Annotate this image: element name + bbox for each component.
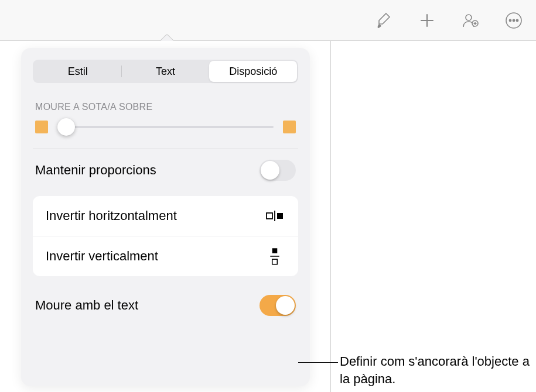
callout-text: Definir com s'ancorarà l'objecte a la pà… bbox=[340, 353, 533, 387]
flip-vertical-button[interactable]: Invertir verticalment bbox=[33, 236, 298, 276]
panel-pointer bbox=[159, 34, 173, 41]
move-with-text-label: Moure amb el text bbox=[35, 298, 138, 313]
slider-thumb[interactable] bbox=[57, 118, 75, 136]
tab-label: Text bbox=[156, 66, 175, 78]
callout-leader-line bbox=[298, 362, 338, 363]
layer-order-slider[interactable] bbox=[57, 126, 274, 128]
panel-tabs: Estil Text Disposició bbox=[33, 60, 298, 83]
move-with-text-row: Moure amb el text bbox=[21, 284, 310, 326]
flip-horizontal-icon bbox=[264, 208, 285, 224]
toggle-knob bbox=[276, 296, 295, 315]
constrain-proportions-toggle[interactable] bbox=[260, 160, 296, 181]
toolbar bbox=[0, 0, 536, 41]
svg-rect-15 bbox=[272, 259, 278, 264]
tab-arrange[interactable]: Disposició bbox=[209, 61, 297, 82]
add-icon[interactable] bbox=[416, 10, 438, 31]
svg-point-8 bbox=[513, 19, 514, 21]
tab-text[interactable]: Text bbox=[122, 61, 210, 82]
toggle-knob bbox=[261, 161, 279, 180]
more-icon[interactable] bbox=[503, 10, 524, 31]
tab-label: Disposició bbox=[229, 66, 277, 78]
flip-group: Invertir horitzontalment Invertir vertic… bbox=[33, 196, 298, 276]
slider-back-icon bbox=[35, 121, 48, 133]
tab-label: Estil bbox=[68, 66, 88, 78]
constrain-proportions-row: Mantenir proporcions bbox=[21, 149, 310, 191]
flip-horizontal-label: Invertir horitzontalment bbox=[46, 208, 177, 223]
format-brush-icon[interactable] bbox=[373, 10, 394, 31]
svg-point-9 bbox=[516, 19, 518, 21]
flip-vertical-icon bbox=[264, 248, 285, 264]
move-with-text-toggle[interactable] bbox=[260, 295, 296, 316]
panel-right-border bbox=[330, 41, 331, 392]
svg-point-2 bbox=[466, 15, 472, 20]
svg-rect-12 bbox=[277, 213, 283, 219]
flip-vertical-label: Invertir verticalment bbox=[46, 249, 158, 264]
svg-rect-10 bbox=[267, 213, 272, 219]
svg-point-7 bbox=[509, 19, 511, 21]
slider-front-icon bbox=[283, 121, 296, 133]
layer-order-slider-row bbox=[21, 121, 310, 149]
format-panel: Estil Text Disposició MOURE A SOTA/A SOB… bbox=[21, 48, 310, 386]
section-header-move: MOURE A SOTA/A SOBRE bbox=[21, 97, 310, 121]
collaborate-icon[interactable] bbox=[460, 10, 481, 31]
tab-style[interactable]: Estil bbox=[34, 61, 122, 82]
constrain-label: Mantenir proporcions bbox=[35, 163, 156, 178]
svg-rect-13 bbox=[272, 248, 278, 253]
flip-horizontal-button[interactable]: Invertir horitzontalment bbox=[33, 196, 298, 236]
